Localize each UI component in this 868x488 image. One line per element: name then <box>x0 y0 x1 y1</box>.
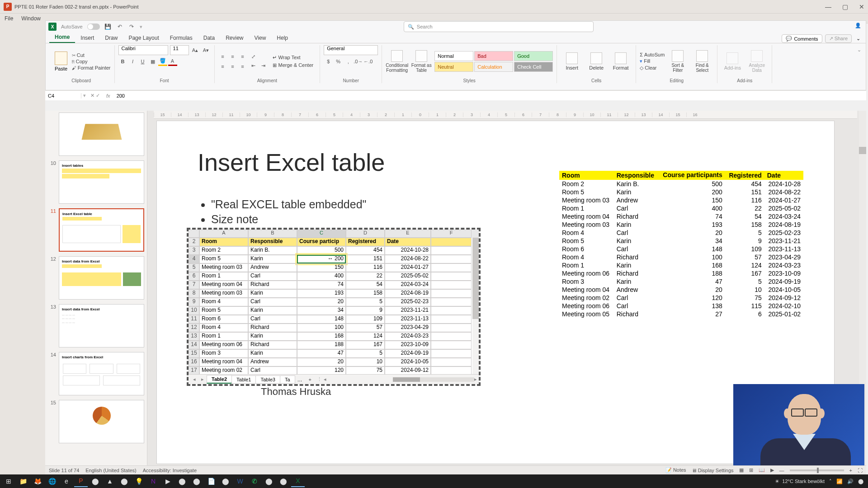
increase-indent-icon[interactable]: ⇥ <box>259 61 268 70</box>
sheet-nav-prev-icon[interactable]: ◂ <box>190 376 198 382</box>
taskbar-whatsapp-icon[interactable]: ✆ <box>248 475 261 487</box>
style-bad[interactable]: Bad <box>474 51 513 61</box>
view-reading-icon[interactable]: 📖 <box>759 467 765 473</box>
table-row[interactable]: 10Room 5Karin3492023-11-21 <box>189 306 479 315</box>
zoom-slider[interactable] <box>790 469 844 471</box>
italic-button[interactable]: I <box>128 57 137 66</box>
tab-view[interactable]: View <box>249 33 272 43</box>
copy-button[interactable]: Copy <box>72 59 111 64</box>
collapse-ribbon-icon[interactable]: ⌄ <box>855 45 863 83</box>
save-icon[interactable]: 💾 <box>104 23 112 30</box>
fit-to-window-icon[interactable]: ⛶ <box>858 468 863 473</box>
align-right-icon[interactable]: ≡ <box>238 62 247 71</box>
slide-thumbnail[interactable]: 11Insert Excel table <box>48 208 144 252</box>
taskbar-excel-icon[interactable]: X <box>291 475 305 487</box>
embedded-excel-object[interactable]: A B C D E F 2RoomResponsibleCourse parti… <box>187 228 481 386</box>
taskbar-app3-icon[interactable]: 💡 <box>132 475 146 487</box>
style-normal[interactable]: Normal <box>434 51 473 61</box>
delete-cells-button[interactable]: Delete <box>585 52 608 70</box>
taskbar-app5-icon[interactable]: ⬤ <box>175 475 189 487</box>
percent-icon[interactable]: % <box>334 57 343 66</box>
font-size-select[interactable]: 11 <box>170 45 189 55</box>
format-cells-button[interactable]: Format <box>609 52 632 70</box>
start-button[interactable]: ⊞ <box>2 475 15 487</box>
taskbar-onenote-icon[interactable]: N <box>146 475 160 487</box>
merge-center-button[interactable]: ⊞ Merge & Center <box>270 61 316 69</box>
bold-button[interactable]: B <box>118 57 127 66</box>
style-check-cell[interactable]: Check Cell <box>514 62 553 72</box>
style-neutral[interactable]: Neutral <box>434 62 473 72</box>
fx-icon[interactable]: fx <box>103 93 114 99</box>
share-button[interactable]: ↗ Share <box>825 34 852 43</box>
accessibility-status[interactable]: Accessibility: Investigate <box>143 468 197 473</box>
cell-styles-gallery[interactable]: Normal Bad Good Neutral Calculation Chec… <box>434 51 553 72</box>
table-header-row[interactable]: 2RoomResponsibleCourse participRegistere… <box>189 238 479 246</box>
comma-icon[interactable]: , <box>344 57 353 66</box>
currency-icon[interactable]: $ <box>324 57 333 66</box>
ribbon-options-icon[interactable]: ⌄ <box>854 36 862 42</box>
user-account-icon[interactable]: 👤 <box>855 23 863 31</box>
table-row[interactable]: 16Meeting room 04Andrew20102024-10-05 <box>189 358 479 366</box>
view-normal-icon[interactable]: ▦ <box>739 467 744 473</box>
formula-input[interactable]: 200 <box>114 93 127 99</box>
tray-chevron-icon[interactable]: ˄ <box>829 479 832 484</box>
decrease-font-icon[interactable]: A▾ <box>202 46 211 55</box>
table-row[interactable]: 3Room 2Karin B.5004542024-10-28 <box>189 246 479 255</box>
slide-surface[interactable]: Insert Excel table "Real EXCEL table emb… <box>156 121 835 464</box>
increase-decimal-icon[interactable]: .0→ <box>354 57 363 66</box>
taskbar-app2-icon[interactable]: ⬤ <box>118 475 131 487</box>
taskbar-chrome-icon[interactable]: 🌐 <box>45 475 59 487</box>
slide-thumbnail[interactable] <box>48 113 144 156</box>
style-calculation[interactable]: Calculation <box>474 62 513 72</box>
column-headers[interactable]: A B C D E F <box>189 230 479 238</box>
tray-icon[interactable]: ⬤ <box>858 479 863 484</box>
taskbar-app4-icon[interactable]: ▶ <box>161 475 175 487</box>
decrease-indent-icon[interactable]: ⇤ <box>249 61 258 70</box>
table-row[interactable]: 14Meeting room 06Richard1881672023-10-09 <box>189 341 479 349</box>
table-row[interactable]: 17Meeting room 02Carl120752024-09-12 <box>189 366 479 374</box>
analyze-data-button[interactable]: Analyze Data <box>745 50 768 73</box>
orientation-icon[interactable]: ⤢ <box>249 52 258 61</box>
slide-thumbnails-panel[interactable]: 10Insert tables11Insert Excel table12Ins… <box>45 111 147 470</box>
slide-thumbnail[interactable]: 14Insert charts from Excel <box>48 352 144 395</box>
font-color-button[interactable]: A <box>168 57 177 66</box>
format-as-table-button[interactable]: Format as Table <box>410 50 433 73</box>
maximize-icon[interactable]: ▢ <box>842 3 848 10</box>
search-input[interactable]: 🔍 Search <box>404 21 594 32</box>
underline-button[interactable]: U <box>138 57 147 66</box>
taskbar-notepad-icon[interactable]: 📄 <box>204 475 218 487</box>
taskbar-edge-icon[interactable]: e <box>60 475 73 487</box>
slide-thumbnail[interactable]: 15 <box>48 400 144 443</box>
table-row[interactable]: 6Room 1Carl400222025-05-02 <box>189 272 479 281</box>
align-bottom-icon[interactable]: ≡ <box>238 52 247 61</box>
sheet-nav-next-icon[interactable]: ▸ <box>198 376 207 382</box>
tab-page-layout[interactable]: Page Layout <box>123 33 164 43</box>
sheet-tab-table2[interactable]: Table2 <box>207 375 232 384</box>
autosum-button[interactable]: AutoSum <box>640 52 665 57</box>
slide-thumbnail[interactable]: 12Insert data from Excel <box>48 256 144 300</box>
table-row[interactable]: 12Room 4Richard100572023-04-29 <box>189 324 479 332</box>
font-name-select[interactable]: Calibri <box>118 45 168 55</box>
table-row[interactable]: 8Meeting room 03Karin1931582024-08-19 <box>189 289 479 298</box>
taskbar-app7-icon[interactable]: ⬤ <box>219 475 232 487</box>
addins-button[interactable]: Add-ins <box>721 52 744 70</box>
fill-color-button[interactable]: 🪣 <box>158 57 167 66</box>
table-row[interactable]: 5Meeting room 03Andrew1501162024-01-27 <box>189 263 479 272</box>
tab-draw[interactable]: Draw <box>99 33 123 43</box>
decrease-decimal-icon[interactable]: ←.0 <box>363 57 373 66</box>
slide-thumbnail[interactable]: 13Insert data from Excel— — — —— — — —— … <box>48 304 144 347</box>
tab-help[interactable]: Help <box>271 33 293 43</box>
table-row[interactable]: 4Room 5Karin↔ 2001512024-08-22 <box>189 255 479 263</box>
tray-volume-icon[interactable]: 🔊 <box>847 479 854 484</box>
taskbar-app-icon[interactable]: ⬤ <box>89 475 102 487</box>
paste-button[interactable]: Paste <box>52 52 70 71</box>
vertical-scrollbar[interactable] <box>472 238 479 374</box>
name-box[interactable]: C4 <box>45 93 81 99</box>
sheet-tabs[interactable]: ◂ ▸ Table2 Table1 Table3 Ta … + ⋮ ◂ ▸ <box>189 374 479 384</box>
view-slideshow-icon[interactable]: ▶ <box>770 467 774 473</box>
tab-insert[interactable]: Insert <box>75 33 99 43</box>
tab-formulas[interactable]: Formulas <box>165 33 198 43</box>
align-top-icon[interactable]: ≡ <box>218 52 227 61</box>
view-sorter-icon[interactable]: ⊞ <box>749 467 753 473</box>
tray-network-icon[interactable]: 📶 <box>836 479 843 484</box>
